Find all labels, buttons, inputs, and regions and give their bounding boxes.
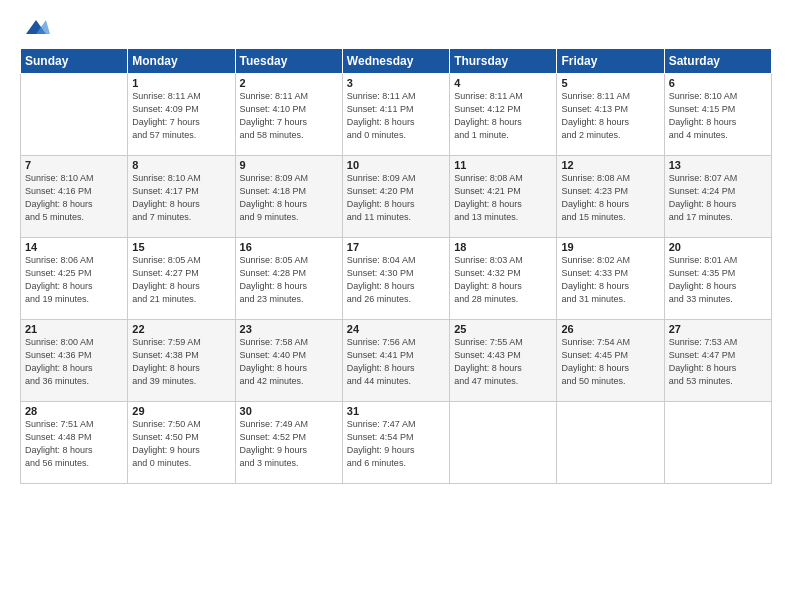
day-cell: 9Sunrise: 8:09 AM Sunset: 4:18 PM Daylig… (235, 156, 342, 238)
day-number: 10 (347, 159, 445, 171)
day-cell: 7Sunrise: 8:10 AM Sunset: 4:16 PM Daylig… (21, 156, 128, 238)
day-cell: 30Sunrise: 7:49 AM Sunset: 4:52 PM Dayli… (235, 402, 342, 484)
day-number: 13 (669, 159, 767, 171)
day-info: Sunrise: 8:11 AM Sunset: 4:09 PM Dayligh… (132, 90, 230, 142)
day-number: 3 (347, 77, 445, 89)
day-number: 12 (561, 159, 659, 171)
day-cell: 22Sunrise: 7:59 AM Sunset: 4:38 PM Dayli… (128, 320, 235, 402)
day-cell: 27Sunrise: 7:53 AM Sunset: 4:47 PM Dayli… (664, 320, 771, 402)
weekday-header-thursday: Thursday (450, 49, 557, 74)
day-cell (450, 402, 557, 484)
day-info: Sunrise: 7:58 AM Sunset: 4:40 PM Dayligh… (240, 336, 338, 388)
day-number: 7 (25, 159, 123, 171)
day-cell: 15Sunrise: 8:05 AM Sunset: 4:27 PM Dayli… (128, 238, 235, 320)
day-info: Sunrise: 7:47 AM Sunset: 4:54 PM Dayligh… (347, 418, 445, 470)
logo (20, 16, 50, 38)
weekday-header-saturday: Saturday (664, 49, 771, 74)
day-number: 6 (669, 77, 767, 89)
day-number: 4 (454, 77, 552, 89)
logo-icon (22, 16, 50, 38)
day-number: 19 (561, 241, 659, 253)
weekday-header-wednesday: Wednesday (342, 49, 449, 74)
day-number: 21 (25, 323, 123, 335)
day-info: Sunrise: 8:09 AM Sunset: 4:18 PM Dayligh… (240, 172, 338, 224)
day-info: Sunrise: 8:00 AM Sunset: 4:36 PM Dayligh… (25, 336, 123, 388)
day-cell: 8Sunrise: 8:10 AM Sunset: 4:17 PM Daylig… (128, 156, 235, 238)
day-number: 14 (25, 241, 123, 253)
day-number: 25 (454, 323, 552, 335)
day-cell: 20Sunrise: 8:01 AM Sunset: 4:35 PM Dayli… (664, 238, 771, 320)
day-number: 29 (132, 405, 230, 417)
day-info: Sunrise: 8:04 AM Sunset: 4:30 PM Dayligh… (347, 254, 445, 306)
day-cell: 26Sunrise: 7:54 AM Sunset: 4:45 PM Dayli… (557, 320, 664, 402)
day-info: Sunrise: 8:10 AM Sunset: 4:17 PM Dayligh… (132, 172, 230, 224)
day-info: Sunrise: 8:06 AM Sunset: 4:25 PM Dayligh… (25, 254, 123, 306)
day-number: 26 (561, 323, 659, 335)
day-cell: 10Sunrise: 8:09 AM Sunset: 4:20 PM Dayli… (342, 156, 449, 238)
day-cell: 3Sunrise: 8:11 AM Sunset: 4:11 PM Daylig… (342, 74, 449, 156)
day-info: Sunrise: 7:53 AM Sunset: 4:47 PM Dayligh… (669, 336, 767, 388)
day-info: Sunrise: 7:50 AM Sunset: 4:50 PM Dayligh… (132, 418, 230, 470)
day-cell: 25Sunrise: 7:55 AM Sunset: 4:43 PM Dayli… (450, 320, 557, 402)
week-row-5: 28Sunrise: 7:51 AM Sunset: 4:48 PM Dayli… (21, 402, 772, 484)
day-cell: 23Sunrise: 7:58 AM Sunset: 4:40 PM Dayli… (235, 320, 342, 402)
day-cell: 16Sunrise: 8:05 AM Sunset: 4:28 PM Dayli… (235, 238, 342, 320)
day-number: 23 (240, 323, 338, 335)
header (20, 16, 772, 38)
day-info: Sunrise: 8:11 AM Sunset: 4:12 PM Dayligh… (454, 90, 552, 142)
day-info: Sunrise: 8:10 AM Sunset: 4:15 PM Dayligh… (669, 90, 767, 142)
day-info: Sunrise: 7:51 AM Sunset: 4:48 PM Dayligh… (25, 418, 123, 470)
day-number: 17 (347, 241, 445, 253)
day-info: Sunrise: 8:02 AM Sunset: 4:33 PM Dayligh… (561, 254, 659, 306)
day-cell: 31Sunrise: 7:47 AM Sunset: 4:54 PM Dayli… (342, 402, 449, 484)
day-cell (664, 402, 771, 484)
day-cell: 4Sunrise: 8:11 AM Sunset: 4:12 PM Daylig… (450, 74, 557, 156)
day-number: 18 (454, 241, 552, 253)
day-number: 30 (240, 405, 338, 417)
day-number: 1 (132, 77, 230, 89)
week-row-1: 1Sunrise: 8:11 AM Sunset: 4:09 PM Daylig… (21, 74, 772, 156)
day-info: Sunrise: 7:49 AM Sunset: 4:52 PM Dayligh… (240, 418, 338, 470)
day-cell: 28Sunrise: 7:51 AM Sunset: 4:48 PM Dayli… (21, 402, 128, 484)
day-number: 8 (132, 159, 230, 171)
day-info: Sunrise: 8:08 AM Sunset: 4:21 PM Dayligh… (454, 172, 552, 224)
day-cell: 12Sunrise: 8:08 AM Sunset: 4:23 PM Dayli… (557, 156, 664, 238)
day-info: Sunrise: 8:11 AM Sunset: 4:10 PM Dayligh… (240, 90, 338, 142)
day-cell (21, 74, 128, 156)
day-number: 24 (347, 323, 445, 335)
week-row-3: 14Sunrise: 8:06 AM Sunset: 4:25 PM Dayli… (21, 238, 772, 320)
calendar-table: SundayMondayTuesdayWednesdayThursdayFrid… (20, 48, 772, 484)
day-info: Sunrise: 8:10 AM Sunset: 4:16 PM Dayligh… (25, 172, 123, 224)
weekday-header-tuesday: Tuesday (235, 49, 342, 74)
week-row-4: 21Sunrise: 8:00 AM Sunset: 4:36 PM Dayli… (21, 320, 772, 402)
day-number: 31 (347, 405, 445, 417)
page: SundayMondayTuesdayWednesdayThursdayFrid… (0, 0, 792, 612)
day-cell: 13Sunrise: 8:07 AM Sunset: 4:24 PM Dayli… (664, 156, 771, 238)
day-cell: 18Sunrise: 8:03 AM Sunset: 4:32 PM Dayli… (450, 238, 557, 320)
day-cell: 11Sunrise: 8:08 AM Sunset: 4:21 PM Dayli… (450, 156, 557, 238)
day-info: Sunrise: 8:11 AM Sunset: 4:11 PM Dayligh… (347, 90, 445, 142)
weekday-header-monday: Monday (128, 49, 235, 74)
day-info: Sunrise: 7:59 AM Sunset: 4:38 PM Dayligh… (132, 336, 230, 388)
day-info: Sunrise: 8:09 AM Sunset: 4:20 PM Dayligh… (347, 172, 445, 224)
weekday-header-sunday: Sunday (21, 49, 128, 74)
day-cell: 1Sunrise: 8:11 AM Sunset: 4:09 PM Daylig… (128, 74, 235, 156)
day-info: Sunrise: 8:05 AM Sunset: 4:28 PM Dayligh… (240, 254, 338, 306)
day-number: 11 (454, 159, 552, 171)
day-info: Sunrise: 8:03 AM Sunset: 4:32 PM Dayligh… (454, 254, 552, 306)
day-number: 15 (132, 241, 230, 253)
day-number: 9 (240, 159, 338, 171)
weekday-header-row: SundayMondayTuesdayWednesdayThursdayFrid… (21, 49, 772, 74)
day-number: 28 (25, 405, 123, 417)
day-cell: 24Sunrise: 7:56 AM Sunset: 4:41 PM Dayli… (342, 320, 449, 402)
day-number: 22 (132, 323, 230, 335)
day-cell (557, 402, 664, 484)
day-info: Sunrise: 8:01 AM Sunset: 4:35 PM Dayligh… (669, 254, 767, 306)
day-info: Sunrise: 8:08 AM Sunset: 4:23 PM Dayligh… (561, 172, 659, 224)
day-cell: 21Sunrise: 8:00 AM Sunset: 4:36 PM Dayli… (21, 320, 128, 402)
day-cell: 29Sunrise: 7:50 AM Sunset: 4:50 PM Dayli… (128, 402, 235, 484)
day-cell: 5Sunrise: 8:11 AM Sunset: 4:13 PM Daylig… (557, 74, 664, 156)
day-number: 2 (240, 77, 338, 89)
weekday-header-friday: Friday (557, 49, 664, 74)
day-cell: 14Sunrise: 8:06 AM Sunset: 4:25 PM Dayli… (21, 238, 128, 320)
